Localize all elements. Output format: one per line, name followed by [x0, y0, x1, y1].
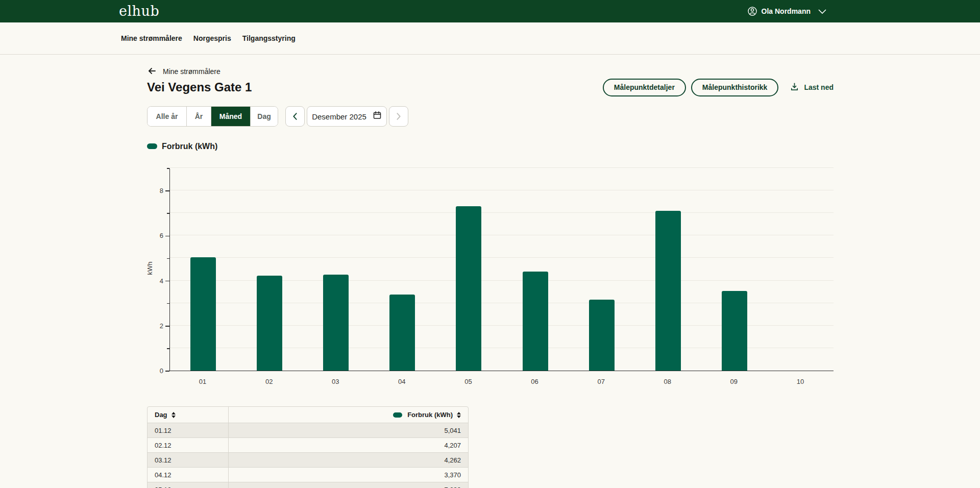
period-picker[interactable]: Desember 2025 — [307, 106, 387, 127]
chart-bar[interactable] — [589, 300, 615, 371]
chart-bar[interactable] — [389, 295, 415, 371]
y-axis-tick — [167, 348, 169, 349]
sort-icon[interactable] — [172, 412, 176, 418]
table-row: 02.124,207 — [148, 438, 468, 453]
cell-forbruk: 5,041 — [229, 423, 468, 437]
consumption-table: Dag Forbruk (kWh) 01.125,04102.124,20703… — [147, 406, 469, 488]
chevron-left-icon — [292, 112, 298, 120]
table-row: 05.127,290 — [148, 482, 468, 488]
nav-item-norgespris[interactable]: Norgespris — [193, 34, 231, 42]
download-button[interactable]: Last ned — [790, 82, 834, 93]
x-tick-label: 02 — [259, 378, 279, 385]
tab-dag[interactable]: Dag — [251, 107, 278, 126]
y-axis-tick — [165, 371, 169, 372]
chart-bar[interactable] — [190, 257, 216, 371]
cell-dag: 04.12 — [148, 468, 229, 482]
calendar-icon — [373, 111, 382, 122]
column-header-dag: Dag — [148, 407, 229, 423]
nav-item-mine-strommalere[interactable]: Mine strømmålere — [121, 34, 182, 42]
malepunktdetaljer-button[interactable]: Målepunktdetaljer — [603, 79, 686, 96]
y-tick-label: 8 — [147, 187, 163, 195]
gridline — [170, 190, 834, 190]
chart-bar[interactable] — [523, 272, 548, 371]
user-name: Ola Nordmann — [762, 7, 811, 15]
y-tick-label: 0 — [147, 367, 163, 375]
table-body: 01.125,04102.124,20703.124,26204.123,370… — [148, 423, 468, 488]
cell-dag: 01.12 — [148, 423, 229, 437]
gridline — [170, 212, 834, 213]
page-content: Mine strømmålere Vei Vegens Gate 1 Målep… — [147, 67, 834, 488]
chart-bar[interactable] — [456, 206, 481, 371]
x-tick-label: 09 — [724, 378, 744, 385]
cell-dag: 03.12 — [148, 453, 229, 467]
column-header-dag-label: Dag — [155, 411, 167, 419]
x-tick-label: 08 — [657, 378, 678, 385]
y-axis-tick — [165, 326, 169, 327]
x-tick-label: 04 — [391, 378, 412, 385]
column-header-forbruk-label: Forbruk (kWh) — [407, 411, 453, 419]
tab-alle-ar[interactable]: Alle år — [148, 107, 187, 126]
period-navigator: Desember 2025 — [285, 106, 408, 127]
y-tick-label: 2 — [147, 322, 163, 330]
elhub-logo: elhub — [119, 3, 159, 19]
y-axis-tick — [165, 281, 169, 282]
chart-bar[interactable] — [655, 211, 681, 371]
x-tick-label: 03 — [325, 378, 346, 385]
download-label: Last ned — [804, 83, 834, 91]
x-tick-label: 07 — [591, 378, 611, 385]
breadcrumb[interactable]: Mine strømmålere — [147, 67, 834, 76]
gridline — [170, 235, 834, 235]
table-row: 01.125,041 — [148, 423, 468, 438]
cell-dag: 05.12 — [148, 482, 229, 488]
top-bar: elhub Ola Nordmann — [0, 0, 980, 22]
main-nav: Mine strømmålere Norgespris Tilgangsstyr… — [0, 22, 980, 55]
user-icon — [747, 6, 757, 16]
nav-item-tilgangsstyring[interactable]: Tilgangsstyring — [242, 34, 296, 42]
title-row: Vei Vegens Gate 1 Målepunktdetaljer Måle… — [147, 78, 834, 96]
page-actions: Målepunktdetaljer Målepunkthistorikk Las… — [603, 79, 834, 96]
gridline — [170, 167, 834, 168]
table-row: 03.124,262 — [148, 453, 468, 468]
x-tick-label: 01 — [192, 378, 213, 385]
legend-swatch-icon — [147, 143, 157, 149]
chart-plot — [169, 168, 834, 371]
cell-forbruk: 7,290 — [229, 482, 468, 488]
chart-legend: Forbruk (kWh) — [147, 142, 834, 151]
chart: kWh 0246801020304050607080910 — [147, 168, 834, 393]
table-header: Dag Forbruk (kWh) — [148, 407, 468, 423]
y-axis-label: kWh — [146, 262, 154, 275]
chart-bar[interactable] — [722, 291, 747, 371]
page-title: Vei Vegens Gate 1 — [147, 80, 252, 94]
sort-icon[interactable] — [457, 412, 461, 418]
chart-bar[interactable] — [257, 276, 282, 371]
previous-period-button[interactable] — [285, 106, 305, 127]
y-tick-label: 4 — [147, 277, 163, 285]
legend-label: Forbruk (kWh) — [162, 142, 217, 151]
x-tick-label: 06 — [525, 378, 545, 385]
chart-bar[interactable] — [323, 275, 349, 371]
user-menu[interactable]: Ola Nordmann — [747, 0, 827, 22]
x-tick-label: 10 — [790, 378, 811, 385]
cell-forbruk: 4,262 — [229, 453, 468, 467]
gridline — [170, 257, 834, 258]
y-axis-tick — [167, 303, 169, 304]
series-swatch-icon — [393, 412, 402, 418]
cell-dag: 02.12 — [148, 438, 229, 452]
period-value: Desember 2025 — [312, 112, 366, 121]
malepunkthistorikk-button[interactable]: Målepunkthistorikk — [691, 79, 779, 96]
breadcrumb-label[interactable]: Mine strømmålere — [163, 67, 220, 76]
back-arrow-icon[interactable] — [147, 66, 157, 78]
granularity-tabs: Alle år År Måned Dag — [147, 106, 278, 127]
y-axis-tick — [165, 190, 169, 191]
column-header-forbruk: Forbruk (kWh) — [229, 407, 468, 423]
y-axis-tick — [167, 168, 169, 169]
chevron-down-icon — [818, 9, 827, 14]
table-row: 04.123,370 — [148, 468, 468, 482]
tab-ar[interactable]: År — [187, 107, 211, 126]
y-axis-tick — [165, 236, 169, 237]
next-period-button[interactable] — [389, 106, 408, 127]
download-icon — [790, 82, 799, 93]
period-filter-row: Alle år År Måned Dag Desember 2025 — [147, 106, 834, 127]
y-tick-label: 6 — [147, 232, 163, 240]
tab-maned[interactable]: Måned — [211, 107, 251, 126]
